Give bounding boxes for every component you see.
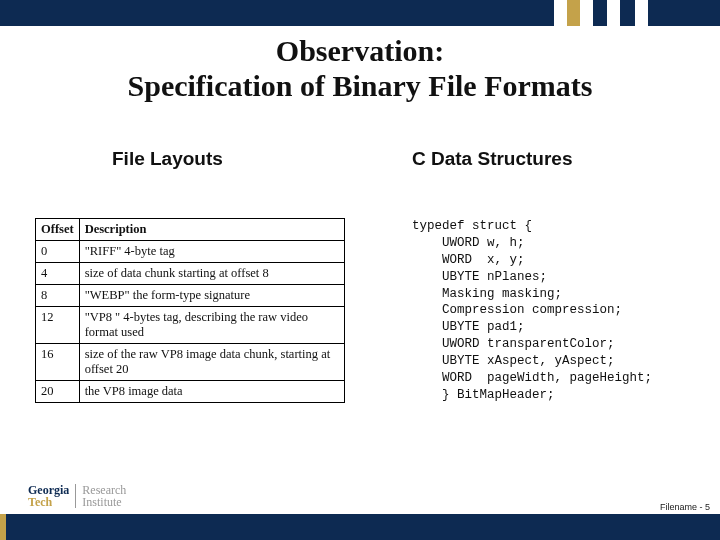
- table-header-row: Offset Description: [36, 219, 345, 241]
- code-line: UWORD transparentColor;: [412, 337, 615, 351]
- table-header: Offset: [36, 219, 80, 241]
- table-cell: 0: [36, 241, 80, 263]
- logo-subtext: Research Institute: [82, 484, 126, 508]
- title-line-2: Specification of Binary File Formats: [0, 69, 720, 104]
- table-cell: the VP8 image data: [79, 381, 344, 403]
- code-line: UBYTE xAspect, yAspect;: [412, 354, 615, 368]
- code-line: WORD pageWidth, pageHeight;: [412, 371, 652, 385]
- gt-logo: Georgia Tech Research Institute: [28, 484, 126, 508]
- file-layout-table: Offset Description 0"RIFF" 4-byte tag 4s…: [35, 218, 345, 403]
- bottom-gold-stripe: [0, 514, 6, 540]
- table-row: 16size of the raw VP8 image data chunk, …: [36, 344, 345, 381]
- footer-page: - 5: [699, 502, 710, 512]
- code-line: UWORD w, h;: [412, 236, 525, 250]
- top-stripe: [580, 0, 593, 26]
- table-cell: size of data chunk starting at offset 8: [79, 263, 344, 285]
- code-line: } BitMapHeader;: [412, 388, 555, 402]
- code-block: typedef struct { UWORD w, h; WORD x, y; …: [412, 218, 652, 404]
- table-cell: "VP8 " 4-bytes tag, describing the raw v…: [79, 307, 344, 344]
- code-line: Compression compression;: [412, 303, 622, 317]
- table-cell: 4: [36, 263, 80, 285]
- logo-line: Institute: [82, 496, 126, 508]
- slide: Observation: Specification of Binary Fil…: [0, 0, 720, 540]
- footer: Filename - 5: [660, 502, 710, 512]
- table-row: 12"VP8 " 4-bytes tag, describing the raw…: [36, 307, 345, 344]
- table-cell: "WEBP" the form-type signature: [79, 285, 344, 307]
- table-row: 0"RIFF" 4-byte tag: [36, 241, 345, 263]
- top-bar: [0, 0, 720, 26]
- title-line-1: Observation:: [0, 34, 720, 69]
- top-stripe: [635, 0, 648, 26]
- table-cell: "RIFF" 4-byte tag: [79, 241, 344, 263]
- table-cell: 16: [36, 344, 80, 381]
- table-cell: 8: [36, 285, 80, 307]
- code-line: typedef struct {: [412, 219, 532, 233]
- code-line: WORD x, y;: [412, 253, 525, 267]
- top-stripe: [607, 0, 620, 26]
- slide-title: Observation: Specification of Binary Fil…: [0, 34, 720, 103]
- logo-text: Georgia Tech: [28, 484, 69, 508]
- table-cell: size of the raw VP8 image data chunk, st…: [79, 344, 344, 381]
- left-subheading: File Layouts: [112, 148, 223, 170]
- code-line: UBYTE nPlanes;: [412, 270, 547, 284]
- table-row: 8"WEBP" the form-type signature: [36, 285, 345, 307]
- bottom-bar: [0, 514, 720, 540]
- table-cell: 20: [36, 381, 80, 403]
- footer-label: Filename: [660, 502, 697, 512]
- logo-line: Tech: [28, 496, 69, 508]
- code-line: Masking masking;: [412, 287, 562, 301]
- top-stripe: [554, 0, 567, 26]
- right-subheading: C Data Structures: [412, 148, 573, 170]
- top-gold-stripe: [567, 0, 580, 26]
- logo-separator: [75, 484, 76, 508]
- code-line: UBYTE pad1;: [412, 320, 525, 334]
- table-row: 4size of data chunk starting at offset 8: [36, 263, 345, 285]
- table-row: 20the VP8 image data: [36, 381, 345, 403]
- table-header: Description: [79, 219, 344, 241]
- table-cell: 12: [36, 307, 80, 344]
